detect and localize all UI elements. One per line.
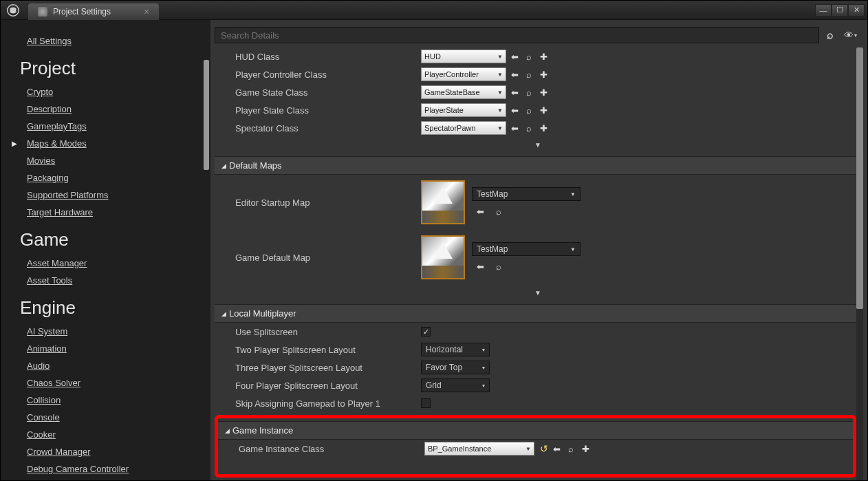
four-player-layout-label: Four Player Splitscreen Layout [235,381,421,391]
sidebar-item[interactable]: Audio [20,357,50,374]
use-selected-icon[interactable]: ⬅ [508,86,521,98]
browse-icon[interactable]: ⌕ [565,442,577,455]
sidebar-item[interactable]: AI System [20,323,67,340]
class-dropdown[interactable]: HUD▼ [421,50,506,63]
add-icon[interactable]: ✚ [579,442,592,455]
add-icon[interactable]: ✚ [537,50,550,63]
game-instance-class-label: Game Instance Class [239,444,424,454]
add-icon[interactable]: ✚ [537,122,550,134]
property-label: Player State Class [235,105,421,116]
use-selected-icon[interactable]: ⬅ [508,104,521,116]
map-thumbnail-icon[interactable] [421,180,465,224]
use-splitscreen-checkbox[interactable] [421,327,431,336]
sidebar-item[interactable]: Cooker [20,426,56,443]
use-selected-icon[interactable]: ⬅ [508,50,521,63]
sidebar-item[interactable]: Debug Camera Controller [20,460,129,478]
map-thumbnail-icon[interactable] [421,235,465,279]
content-scrollbar-track[interactable] [856,47,863,480]
search-input[interactable] [215,27,819,43]
sidebar-item[interactable]: Target Hardware [20,204,93,221]
use-selected-icon[interactable]: ⬅ [508,68,521,81]
use-selected-icon[interactable]: ⬅ [550,442,563,455]
sidebar-item[interactable]: Maps & Modes [20,135,87,152]
browse-icon[interactable]: ⌕ [523,68,535,81]
sidebar: All Settings ProjectCryptoDescriptionGam… [1,20,210,480]
sidebar-section-title: Project [20,58,204,79]
add-icon[interactable]: ✚ [537,86,550,98]
class-dropdown[interactable]: PlayerState▼ [421,103,506,117]
use-selected-icon[interactable]: ⬅ [508,122,521,134]
two-player-layout-dropdown[interactable]: Horizontal▾ [421,343,490,356]
class-dropdown[interactable]: GameStateBase▼ [421,85,506,99]
three-player-layout-dropdown[interactable]: Favor Top▾ [421,361,490,374]
project-settings-window: Project Settings × — ☐ ✕ All Settings Pr… [0,0,868,481]
sidebar-item[interactable]: Console [20,409,60,426]
add-icon[interactable]: ✚ [537,68,550,81]
editor-startup-map-label: Editor Startup Map [235,197,421,208]
tab-label: Project Settings [53,7,111,17]
sidebar-item[interactable]: Crypto [20,83,53,100]
property-label: HUD Class [235,52,421,62]
content-scrollbar-thumb[interactable] [856,47,863,309]
maximize-button[interactable]: ☐ [832,4,848,17]
browse-icon[interactable]: ⌕ [492,205,505,217]
sidebar-all-settings[interactable]: All Settings [20,32,204,50]
sidebar-item[interactable]: GameplayTags [20,118,87,135]
browse-icon[interactable]: ⌕ [523,122,535,134]
sidebar-item[interactable]: Description [20,100,72,118]
add-icon[interactable]: ✚ [537,104,550,116]
sidebar-item[interactable]: Supported Platforms [20,186,109,204]
details-content: HUD ClassHUD▼⬅⌕✚Player Controller ClassP… [210,47,863,480]
property-label: Game State Class [235,87,421,98]
property-label: Spectator Class [235,123,421,133]
section-local-multiplayer[interactable]: ◢Local Multiplayer [215,304,859,323]
section-game-instance[interactable]: ◢Game Instance [218,421,853,440]
class-dropdown[interactable]: SpectatorPawn▼ [421,121,506,135]
sidebar-scrollbar[interactable] [204,60,209,170]
use-selected-icon[interactable]: ⬅ [474,260,486,272]
browse-icon[interactable]: ⌕ [523,104,535,116]
search-icon[interactable]: ⌕ [823,28,837,42]
property-label: Player Controller Class [235,70,421,80]
sidebar-item[interactable]: Asset Manager [20,255,87,272]
sidebar-item[interactable]: Movies [20,152,55,169]
expand-section-icon[interactable]: ▼ [215,285,859,300]
close-button[interactable]: ✕ [848,4,865,17]
four-player-layout-dropdown[interactable]: Grid▾ [421,378,490,392]
selected-arrow-icon: ▶ [12,140,20,147]
skip-gamepad-label: Skip Assigning Gamepad to Player 1 [235,398,421,409]
use-splitscreen-label: Use Splitscreen [235,327,421,337]
sidebar-item[interactable]: Crowd Manager [20,443,91,460]
three-player-layout-label: Three Player Splitscreen Layout [235,363,421,373]
main-panel: ⌕ 👁▾ HUD ClassHUD▼⬅⌕✚Player Controller C… [210,20,867,480]
close-tab-icon[interactable]: × [144,6,149,17]
browse-icon[interactable]: ⌕ [492,260,505,272]
reset-to-default-icon[interactable]: ↺ [540,443,548,454]
sidebar-item[interactable]: Chaos Solver [20,374,80,392]
sidebar-item[interactable]: Collision [20,392,61,409]
sidebar-item[interactable]: Asset Tools [20,272,72,289]
titlebar: Project Settings × — ☐ ✕ [1,1,867,20]
section-default-maps[interactable]: ◢Default Maps [215,156,859,175]
game-default-map-dropdown[interactable]: TestMap▼ [472,242,581,256]
expand-section-icon[interactable]: ▼ [215,137,859,152]
highlighted-section: ◢Game Instance Game Instance Class BP_Ga… [215,415,856,478]
tab-project-settings[interactable]: Project Settings × [28,3,159,20]
game-default-map-label: Game Default Map [235,253,421,263]
sidebar-item[interactable]: Packaging [20,169,69,186]
sidebar-item[interactable]: Animation [20,340,67,357]
view-options-icon[interactable]: 👁▾ [841,28,859,42]
two-player-layout-label: Two Player Splitscreen Layout [235,345,421,355]
skip-gamepad-checkbox[interactable] [421,398,431,408]
gear-icon [38,7,47,17]
minimize-button[interactable]: — [815,4,832,17]
sidebar-section-title: Engine [20,297,204,319]
use-selected-icon[interactable]: ⬅ [474,205,486,217]
game-instance-class-dropdown[interactable]: BP_GameInstance▼ [424,442,534,456]
sidebar-section-title: Game [20,229,204,250]
class-dropdown[interactable]: PlayerController▼ [421,67,506,81]
browse-icon[interactable]: ⌕ [523,50,535,63]
browse-icon[interactable]: ⌕ [523,86,535,98]
editor-startup-map-dropdown[interactable]: TestMap▼ [472,187,581,201]
unreal-logo-icon [6,3,20,17]
